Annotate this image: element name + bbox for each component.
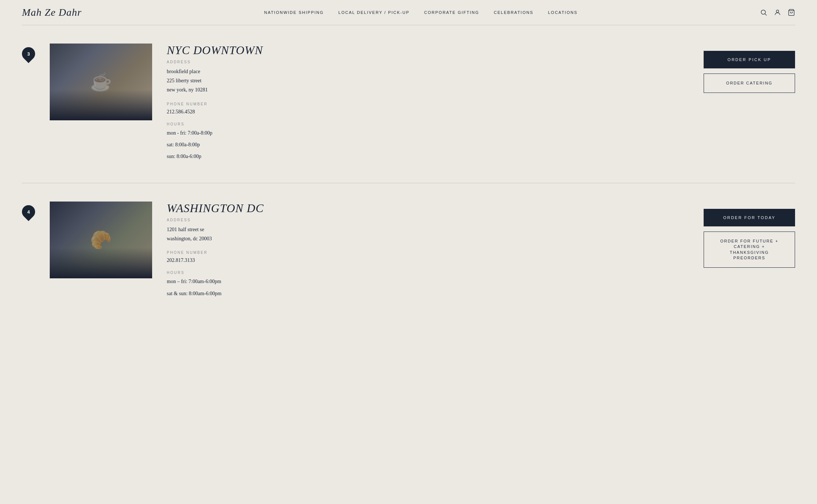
svg-line-1 (765, 14, 767, 16)
nav-corporate-gifting[interactable]: CORPORATE GIFTING (424, 10, 479, 15)
hours-nyc: mon - fri: 7:00a-8:00p sat: 8:00a-8:00p … (167, 129, 689, 161)
hours-dc: mon – fri: 7:00am-6:00pm sat & sun: 8:00… (167, 278, 689, 298)
pin-number-3: 3 (27, 51, 30, 57)
hours-label-nyc: HOURS (167, 122, 689, 126)
phone-dc: 202.817.3133 (167, 257, 689, 263)
phone-label-dc: PHONE NUMBER (167, 251, 689, 255)
main-content: 3 NYC DOWNTOWN ADDRESS brookfield place … (0, 25, 817, 320)
address-label-dc: ADDRESS (167, 218, 689, 222)
location-pin-4: 4 (19, 202, 38, 221)
address-line1-nyc: brookfield place (167, 69, 200, 74)
order-future-button-dc[interactable]: ORDER FOR FUTURE + CATERING + THANKSGIVI… (704, 232, 795, 268)
location-info-nyc: NYC DOWNTOWN ADDRESS brookfield place 22… (167, 44, 689, 165)
hours-label-dc: HOURS (167, 271, 689, 275)
order-today-button-dc[interactable]: ORDER FOR TODAY (704, 209, 795, 226)
header-icons (760, 9, 795, 16)
cart-icon[interactable] (788, 9, 795, 16)
pin-number-4: 4 (27, 209, 30, 214)
order-pickup-button-nyc[interactable]: ORDER PICK UP (704, 51, 795, 68)
location-nyc-downtown: 3 NYC DOWNTOWN ADDRESS brookfield place … (22, 25, 795, 183)
account-icon[interactable] (774, 9, 781, 16)
svg-point-2 (776, 10, 779, 12)
address-line2-dc: washington, dc 20003 (167, 236, 212, 241)
hours-row-2-nyc: sat: 8:00a-8:00p (167, 141, 689, 149)
location-name-dc: WASHINGTON DC (167, 202, 689, 215)
site-header: Mah Ze Dahr NATIONWIDE SHIPPING LOCAL DE… (0, 0, 817, 25)
main-nav: NATIONWIDE SHIPPING LOCAL DELIVERY / PIC… (264, 10, 577, 15)
hours-row-1-nyc: mon - fri: 7:00a-8:00p (167, 129, 689, 137)
phone-label-nyc: PHONE NUMBER (167, 102, 689, 106)
phone-nyc: 212.586.4528 (167, 109, 689, 115)
address-line1-dc: 1201 half street se (167, 227, 204, 232)
address-text-dc: 1201 half street se washington, dc 20003 (167, 225, 689, 243)
location-actions-nyc: ORDER PICK UP ORDER CATERING (704, 44, 795, 93)
location-info-dc: WASHINGTON DC ADDRESS 1201 half street s… (167, 202, 689, 301)
location-name-nyc: NYC DOWNTOWN (167, 44, 689, 57)
location-pin-3: 3 (19, 45, 38, 63)
address-line3-nyc: new york, ny 10281 (167, 87, 208, 93)
nav-nationwide-shipping[interactable]: NATIONWIDE SHIPPING (264, 10, 324, 15)
svg-point-0 (761, 10, 765, 14)
hours-row-3-nyc: sun: 8:00a-6:00p (167, 153, 689, 161)
hours-row-1-dc: mon – fri: 7:00am-6:00pm (167, 278, 689, 286)
hours-row-2-dc: sat & sun: 8:00am-6:00pm (167, 290, 689, 298)
location-image-nyc (50, 44, 152, 120)
location-actions-dc: ORDER FOR TODAY ORDER FOR FUTURE + CATER… (704, 202, 795, 268)
address-label-nyc: ADDRESS (167, 60, 689, 64)
nav-local-delivery[interactable]: LOCAL DELIVERY / PICK-UP (338, 10, 410, 15)
address-line2-nyc: 225 liberty street (167, 78, 202, 83)
nav-celebrations[interactable]: CELEBRATIONS (494, 10, 533, 15)
address-text-nyc: brookfield place 225 liberty street new … (167, 67, 689, 95)
nav-locations[interactable]: LOCATIONS (548, 10, 578, 15)
location-image-dc (50, 202, 152, 278)
site-logo[interactable]: Mah Ze Dahr (22, 7, 82, 18)
order-catering-button-nyc[interactable]: ORDER CATERING (704, 74, 795, 93)
location-washington-dc: 4 WASHINGTON DC ADDRESS 1201 half street… (22, 183, 795, 320)
search-icon[interactable] (760, 9, 767, 16)
